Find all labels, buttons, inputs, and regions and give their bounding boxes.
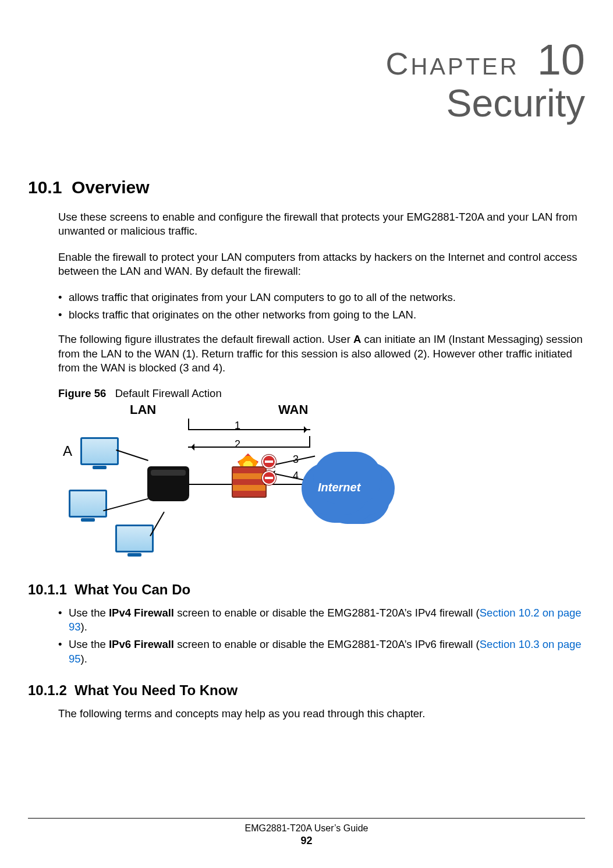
text: Use the: [69, 638, 109, 650]
chapter-word-rest: HAPTER: [410, 54, 519, 79]
bold-term: IPv6 Firewall: [109, 638, 177, 650]
figure-caption-text: Default Firewall Action: [115, 387, 222, 399]
wycd-bullets: Use the IPv4 Firewall screen to enable o…: [58, 606, 585, 667]
router-icon: [147, 466, 189, 501]
overview-bullet-2: blocks traffic that originates on the ot…: [58, 308, 585, 322]
chapter-title: Security: [28, 81, 585, 125]
overview-bullet-1: allows traffic that originates from your…: [58, 290, 585, 304]
figure-default-firewall-action: LAN WAN A 1 2 3 4 Inte: [63, 402, 389, 565]
overview-p1: Use these screens to enable and configur…: [58, 210, 585, 239]
arrow-1: [188, 429, 310, 430]
internet-cloud-icon: [313, 452, 382, 504]
section-number: 10.1: [28, 178, 62, 197]
figure-num-4: 4: [293, 470, 299, 482]
figure-label-a: A: [63, 443, 72, 459]
text: ).: [81, 621, 87, 633]
page-footer: EMG2881-T20A User’s Guide 92: [28, 818, 585, 847]
footer-rule: [28, 818, 585, 819]
figure-label-wan: WAN: [278, 402, 308, 417]
figure-num-2: 2: [235, 438, 240, 451]
monitor-icon: [115, 525, 154, 552]
bold-term: IPv4 Firewall: [109, 607, 174, 619]
overview-p3: The following figure illustrates the def…: [58, 332, 585, 375]
no-entry-icon: [262, 455, 276, 469]
overview-p2: Enable the firewall to protect your LAN …: [58, 250, 585, 279]
chapter-heading: CHAPTER 10 Security: [28, 35, 585, 125]
connection-line: [189, 484, 233, 485]
overview-p3-a: The following figure illustrates the def…: [58, 333, 353, 345]
section-number: 10.1.2: [28, 682, 67, 698]
chapter-word-initial: C: [385, 46, 410, 81]
arrow-2: [188, 447, 310, 448]
section-heading-wycd: 10.1.1 What You Can Do: [28, 582, 585, 598]
section-heading-wyntk: 10.1.2 What You Need To Know: [28, 682, 585, 699]
overview-p3-bold: A: [353, 333, 361, 345]
footer-guide-title: EMG2881-T20A User’s Guide: [245, 823, 368, 833]
text: screen to enable or disable the EMG2881-…: [174, 607, 480, 619]
no-entry-icon: [262, 471, 276, 485]
monitor-icon: [80, 437, 119, 465]
text: Use the: [69, 607, 109, 619]
wycd-bullet-2: Use the IPv6 Firewall screen to enable o…: [58, 637, 585, 666]
figure-label-lan: LAN: [130, 402, 156, 417]
page: CHAPTER 10 Security 10.1 Overview Use th…: [0, 0, 613, 868]
chapter-line: CHAPTER 10: [28, 35, 585, 84]
section-title: What You Need To Know: [75, 682, 238, 698]
section-number: 10.1.1: [28, 582, 67, 597]
figure-label: Figure 56: [58, 387, 106, 399]
figure-caption: Figure 56 Default Firewall Action: [58, 387, 585, 400]
footer-page-number: 92: [28, 835, 585, 847]
text: screen to enable or disable the EMG2881-…: [177, 638, 480, 650]
connection-line: [150, 511, 165, 536]
connection-line: [103, 498, 148, 511]
overview-body: Use these screens to enable and configur…: [58, 210, 585, 565]
monitor-icon: [69, 490, 107, 518]
internet-label: Internet: [318, 481, 360, 494]
wyntk-p1: The following terms and concepts may hel…: [58, 707, 585, 721]
firewall-icon: [232, 466, 267, 498]
overview-bullets: allows traffic that originates from your…: [58, 290, 585, 323]
connection-line: [116, 449, 148, 461]
section-title: What You Can Do: [75, 582, 190, 597]
section-heading-overview: 10.1 Overview: [28, 178, 585, 197]
text: ).: [81, 653, 87, 665]
wycd-bullet-1: Use the IPv4 Firewall screen to enable o…: [58, 606, 585, 635]
chapter-number: 10: [537, 36, 585, 84]
section-title: Overview: [72, 178, 149, 197]
wyntk-body: The following terms and concepts may hel…: [58, 707, 585, 721]
wycd-body: Use the IPv4 Firewall screen to enable o…: [58, 606, 585, 667]
